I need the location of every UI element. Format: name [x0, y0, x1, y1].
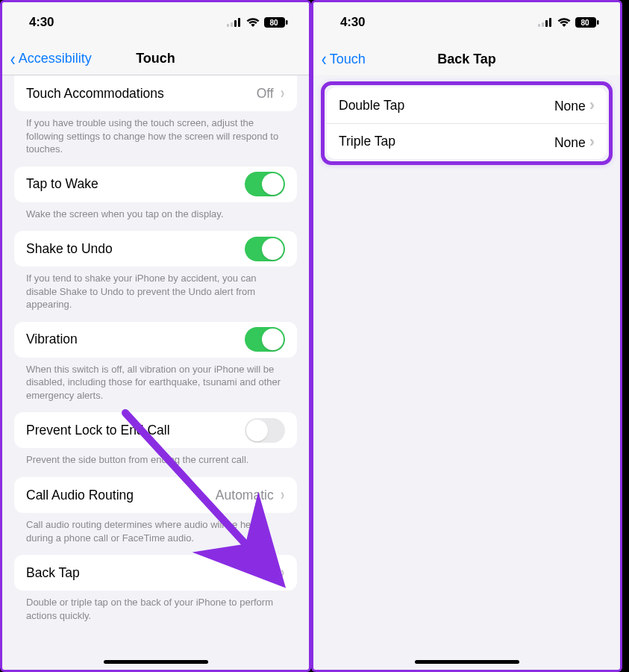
- screenshot-back-tap-settings: 4:30 80: [311, 0, 622, 672]
- row-value: None: [554, 135, 586, 150]
- chevron-right-icon: ›: [281, 563, 284, 582]
- touch-accommodations-row[interactable]: Touch Accommodations Off ›: [14, 75, 297, 111]
- svg-rect-8: [538, 24, 540, 27]
- row-value: Automatic: [216, 488, 274, 503]
- svg-text:80: 80: [581, 19, 589, 27]
- shake-to-undo-desc: If you tend to shake your iPhone by acci…: [14, 267, 297, 311]
- prevent-lock-row[interactable]: Prevent Lock to End Call: [14, 412, 297, 448]
- vibration-toggle[interactable]: [245, 327, 285, 352]
- vibration-row[interactable]: Vibration: [14, 322, 297, 358]
- row-label: Back Tap: [26, 565, 80, 581]
- chevron-left-icon: ‹: [10, 49, 16, 69]
- row-label: Double Tap: [339, 98, 404, 113]
- svg-rect-13: [597, 20, 599, 25]
- back-tap-desc: Double or triple tap on the back of your…: [14, 591, 297, 622]
- chevron-right-icon: ›: [589, 96, 595, 114]
- svg-rect-2: [234, 20, 237, 27]
- svg-rect-0: [227, 24, 229, 27]
- call-audio-routing-row[interactable]: Call Audio Routing Automatic ›: [14, 477, 297, 513]
- status-bar: 4:30 80: [2, 2, 309, 43]
- battery-icon: 80: [575, 17, 599, 28]
- tap-to-wake-toggle[interactable]: [245, 172, 285, 196]
- nav-header: ‹ Touch Back Tap: [313, 43, 620, 75]
- tap-to-wake-row[interactable]: Tap to Wake: [14, 167, 297, 202]
- screenshot-touch-settings: 4:30 80: [0, 0, 311, 672]
- wifi-icon: [246, 18, 260, 28]
- row-label: Prevent Lock to End Call: [26, 423, 170, 438]
- svg-rect-1: [231, 22, 233, 27]
- home-indicator[interactable]: [104, 660, 208, 664]
- row-label: Triple Tap: [339, 134, 395, 149]
- svg-rect-10: [545, 20, 548, 27]
- row-value: None: [554, 99, 586, 113]
- chevron-right-icon: ›: [589, 132, 595, 151]
- status-time: 4:30: [340, 15, 365, 30]
- status-bar: 4:30 80: [313, 2, 620, 43]
- cellular-icon: [227, 18, 242, 27]
- shake-to-undo-toggle[interactable]: [245, 237, 285, 261]
- chevron-left-icon: ‹: [322, 49, 327, 69]
- status-time: 4:30: [29, 15, 54, 30]
- double-tap-row[interactable]: Double Tap None ›: [327, 87, 607, 123]
- battery-icon: 80: [264, 17, 288, 28]
- svg-text:80: 80: [269, 19, 278, 27]
- prevent-lock-desc: Prevent the side button from ending the …: [14, 448, 297, 467]
- row-label: Shake to Undo: [26, 241, 113, 257]
- back-label: Touch: [330, 52, 366, 67]
- back-tap-options-group: Double Tap None › Triple Tap None ›: [327, 87, 607, 159]
- row-label: Vibration: [26, 332, 78, 347]
- settings-content[interactable]: Touch Accommodations Off › If you have t…: [2, 75, 309, 670]
- chevron-right-icon: ›: [281, 84, 284, 103]
- row-value: Off: [257, 86, 274, 102]
- status-indicators: 80: [538, 17, 599, 28]
- prevent-lock-toggle[interactable]: [245, 418, 285, 443]
- row-label: Call Audio Routing: [26, 488, 134, 503]
- status-indicators: 80: [227, 17, 288, 28]
- tap-to-wake-desc: Wake the screen when you tap on the disp…: [14, 202, 297, 221]
- svg-rect-9: [542, 22, 544, 27]
- row-label: Tap to Wake: [26, 176, 98, 192]
- back-label: Accessibility: [19, 51, 92, 66]
- home-indicator[interactable]: [415, 660, 519, 664]
- chevron-right-icon: ›: [281, 485, 284, 505]
- svg-rect-5: [286, 20, 288, 25]
- back-button[interactable]: ‹ Accessibility: [10, 49, 92, 69]
- touch-accommodations-desc: If you have trouble using the touch scre…: [14, 111, 297, 156]
- triple-tap-row[interactable]: Triple Tap None ›: [327, 123, 607, 159]
- wifi-icon: [557, 18, 571, 28]
- row-value: Off: [257, 565, 274, 581]
- shake-to-undo-row[interactable]: Shake to Undo: [14, 231, 297, 267]
- back-tap-row[interactable]: Back Tap Off ›: [14, 555, 297, 591]
- svg-rect-3: [238, 18, 240, 27]
- vibration-desc: When this switch is off, all vibration o…: [14, 358, 297, 402]
- highlight-box: Double Tap None › Triple Tap None ›: [321, 81, 613, 165]
- cellular-icon: [538, 18, 553, 27]
- nav-header: ‹ Accessibility Touch: [2, 43, 309, 75]
- call-audio-routing-desc: Call audio routing determines where audi…: [14, 513, 297, 544]
- svg-rect-11: [549, 18, 551, 27]
- row-label: Touch Accommodations: [26, 86, 164, 102]
- back-button[interactable]: ‹ Touch: [321, 49, 366, 69]
